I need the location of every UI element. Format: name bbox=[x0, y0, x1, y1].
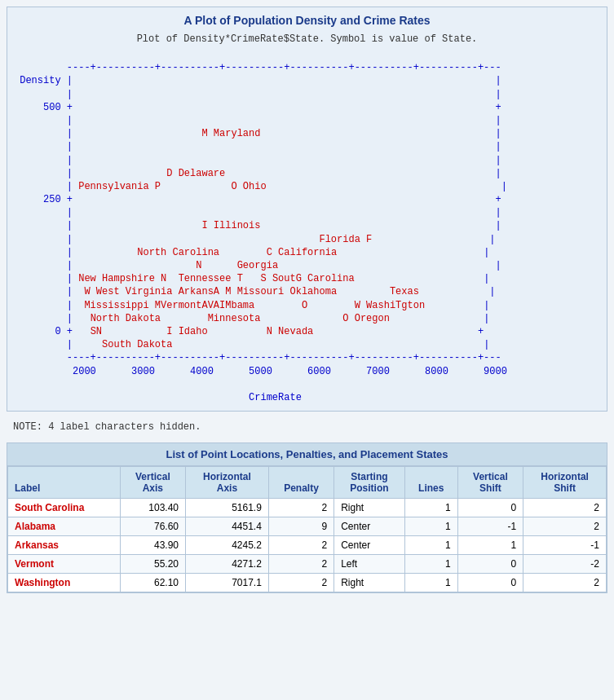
plot-content: ----+----------+----------+----------+--… bbox=[11, 48, 603, 404]
cell-horizontal-shift: -1 bbox=[523, 536, 607, 555]
table-row: Vermont 55.20 4271.2 2 Left 1 0 -2 bbox=[8, 555, 607, 574]
cell-vertical-axis: 76.60 bbox=[120, 517, 185, 536]
cell-horizontal-axis: 7017.1 bbox=[186, 574, 269, 592]
cell-penalty: 2 bbox=[268, 574, 334, 592]
cell-penalty: 2 bbox=[268, 555, 334, 574]
cell-starting-position: Right bbox=[334, 574, 405, 592]
plot-note: NOTE: 4 label characters hidden. bbox=[7, 418, 607, 436]
cell-starting-position: Left bbox=[334, 555, 405, 574]
cell-label: Washington bbox=[8, 574, 121, 592]
cell-vertical-axis: 103.40 bbox=[120, 499, 185, 517]
table-header-row: Label VerticalAxis HorizontalAxis Penalt… bbox=[8, 467, 607, 499]
data-table: Label VerticalAxis HorizontalAxis Penalt… bbox=[7, 466, 607, 592]
cell-horizontal-shift: 2 bbox=[523, 517, 607, 536]
col-label: Label bbox=[8, 467, 121, 499]
cell-label: Vermont bbox=[8, 555, 121, 574]
table-row: Arkansas 43.90 4245.2 2 Center 1 1 -1 bbox=[8, 536, 607, 555]
plot-container: A Plot of Population Density and Crime R… bbox=[7, 7, 607, 412]
cell-vertical-shift: 0 bbox=[457, 499, 523, 517]
cell-horizontal-shift: 2 bbox=[523, 499, 607, 517]
cell-lines: 1 bbox=[404, 574, 457, 592]
cell-vertical-shift: -1 bbox=[457, 517, 523, 536]
col-horizontal-shift: HorizontalShift bbox=[523, 467, 607, 499]
cell-starting-position: Center bbox=[334, 536, 405, 555]
col-lines: Lines bbox=[404, 467, 457, 499]
table-title: List of Point Locations, Penalties, and … bbox=[7, 443, 607, 466]
cell-vertical-shift: 0 bbox=[457, 555, 523, 574]
cell-label: Arkansas bbox=[8, 536, 121, 555]
plot-title: A Plot of Population Density and Crime R… bbox=[11, 14, 603, 27]
cell-vertical-shift: 1 bbox=[457, 536, 523, 555]
cell-starting-position: Right bbox=[334, 499, 405, 517]
col-vertical-axis: VerticalAxis bbox=[120, 467, 185, 499]
cell-horizontal-shift: -2 bbox=[523, 555, 607, 574]
cell-penalty: 2 bbox=[268, 536, 334, 555]
cell-lines: 1 bbox=[404, 536, 457, 555]
col-horizontal-axis: HorizontalAxis bbox=[186, 467, 269, 499]
cell-vertical-axis: 55.20 bbox=[120, 555, 185, 574]
cell-horizontal-shift: 2 bbox=[523, 574, 607, 592]
cell-horizontal-axis: 4451.4 bbox=[186, 517, 269, 536]
plot-area: ----+----------+----------+----------+--… bbox=[11, 48, 603, 404]
cell-vertical-shift: 0 bbox=[457, 574, 523, 592]
cell-label: Alabama bbox=[8, 517, 121, 536]
table-section: List of Point Locations, Penalties, and … bbox=[7, 442, 607, 593]
table-row: South Carolina 103.40 5161.9 2 Right 1 0… bbox=[8, 499, 607, 517]
cell-lines: 1 bbox=[404, 499, 457, 517]
col-penalty: Penalty bbox=[268, 467, 334, 499]
cell-lines: 1 bbox=[404, 517, 457, 536]
table-row: Alabama 76.60 4451.4 9 Center 1 -1 2 bbox=[8, 517, 607, 536]
cell-vertical-axis: 43.90 bbox=[120, 536, 185, 555]
cell-penalty: 9 bbox=[268, 517, 334, 536]
cell-label: South Carolina bbox=[8, 499, 121, 517]
plot-subtitle: Plot of Density*CrimeRate$State. Symbol … bbox=[11, 33, 603, 45]
cell-penalty: 2 bbox=[268, 499, 334, 517]
col-vertical-shift: VerticalShift bbox=[457, 467, 523, 499]
cell-horizontal-axis: 4271.2 bbox=[186, 555, 269, 574]
cell-starting-position: Center bbox=[334, 517, 405, 536]
cell-horizontal-axis: 5161.9 bbox=[186, 499, 269, 517]
cell-lines: 1 bbox=[404, 555, 457, 574]
cell-vertical-axis: 62.10 bbox=[120, 574, 185, 592]
cell-horizontal-axis: 4245.2 bbox=[186, 536, 269, 555]
col-starting-position: StartingPosition bbox=[334, 467, 405, 499]
table-row: Washington 62.10 7017.1 2 Right 1 0 2 bbox=[8, 574, 607, 592]
